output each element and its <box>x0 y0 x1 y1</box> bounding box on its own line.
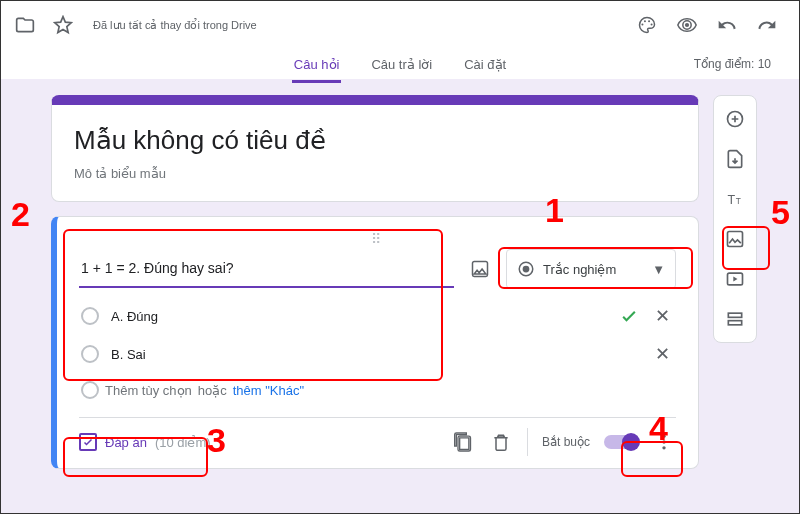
tabs: Câu hỏi Câu trả lời Cài đặt Tổng điểm: 1… <box>13 49 787 83</box>
form-description[interactable]: Mô tả biểu mẫu <box>74 166 676 181</box>
radio-icon <box>81 381 99 399</box>
delete-icon[interactable] <box>489 430 513 454</box>
annotation-3: 3 <box>207 421 226 460</box>
svg-rect-16 <box>728 321 741 325</box>
duplicate-icon[interactable] <box>451 430 475 454</box>
svg-rect-15 <box>728 313 741 317</box>
svg-point-3 <box>651 24 653 26</box>
svg-point-4 <box>685 23 689 27</box>
svg-text:T: T <box>736 196 741 206</box>
svg-point-2 <box>648 20 650 22</box>
remove-option-button[interactable]: ✕ <box>651 343 674 365</box>
svg-point-1 <box>644 20 646 22</box>
svg-text:T: T <box>728 193 736 207</box>
required-label: Bắt buộc <box>542 435 590 449</box>
side-toolbar: TT <box>713 95 757 343</box>
palette-icon[interactable] <box>635 13 659 37</box>
folder-icon[interactable] <box>13 13 37 37</box>
remove-option-button[interactable]: ✕ <box>651 305 674 327</box>
tab-questions[interactable]: Câu hỏi <box>292 49 342 83</box>
redo-icon[interactable] <box>755 13 779 37</box>
tab-settings[interactable]: Cài đặt <box>462 49 508 83</box>
import-question-button[interactable] <box>718 142 752 176</box>
annotation-box-1 <box>498 247 693 289</box>
annotation-box-2 <box>63 229 443 381</box>
svg-point-0 <box>641 24 643 26</box>
add-section-button[interactable] <box>718 302 752 336</box>
form-header-card[interactable]: Mẫu không có tiêu đề Mô tả biểu mẫu <box>51 95 699 202</box>
annotation-1: 1 <box>545 191 564 230</box>
check-icon <box>619 306 639 326</box>
annotation-5: 5 <box>771 193 790 232</box>
annotation-2: 2 <box>11 195 30 234</box>
add-title-button[interactable]: TT <box>718 182 752 216</box>
preview-icon[interactable] <box>675 13 699 37</box>
or-text: hoặc <box>198 383 227 398</box>
star-icon[interactable] <box>51 13 75 37</box>
total-points: Tổng điểm: 10 <box>694 57 771 71</box>
add-option-button[interactable]: Thêm tùy chọn <box>105 383 192 398</box>
add-question-button[interactable] <box>718 102 752 136</box>
image-icon[interactable] <box>468 257 492 281</box>
add-other-button[interactable]: thêm "Khác" <box>233 383 304 398</box>
form-title[interactable]: Mẫu không có tiêu đề <box>74 125 676 156</box>
annotation-box-5 <box>722 226 770 270</box>
annotation-4: 4 <box>649 409 668 448</box>
annotation-box-3 <box>63 437 208 477</box>
undo-icon[interactable] <box>715 13 739 37</box>
save-status: Đã lưu tất cả thay đổi trong Drive <box>93 18 621 32</box>
tab-responses[interactable]: Câu trả lời <box>369 49 434 83</box>
